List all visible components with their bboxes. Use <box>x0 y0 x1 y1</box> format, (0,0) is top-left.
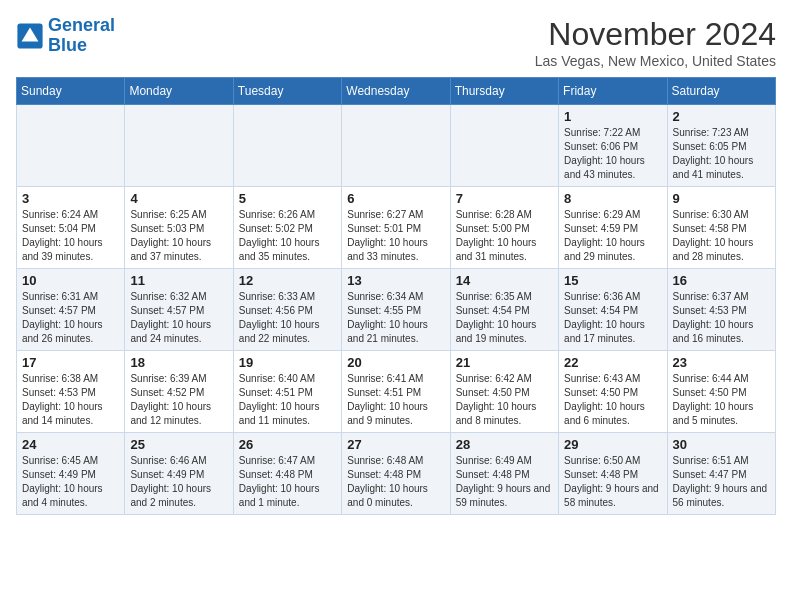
day-info: Sunrise: 6:27 AMSunset: 5:01 PMDaylight:… <box>347 208 444 264</box>
day-info: Sunrise: 6:37 AMSunset: 4:53 PMDaylight:… <box>673 290 770 346</box>
calendar-week-3: 10Sunrise: 6:31 AMSunset: 4:57 PMDayligh… <box>17 269 776 351</box>
calendar-week-1: 1Sunrise: 7:22 AMSunset: 6:06 PMDaylight… <box>17 105 776 187</box>
header-sunday: Sunday <box>17 78 125 105</box>
day-info: Sunrise: 6:41 AMSunset: 4:51 PMDaylight:… <box>347 372 444 428</box>
day-info: Sunrise: 6:32 AMSunset: 4:57 PMDaylight:… <box>130 290 227 346</box>
calendar-cell: 17Sunrise: 6:38 AMSunset: 4:53 PMDayligh… <box>17 351 125 433</box>
day-number: 21 <box>456 355 553 370</box>
day-number: 14 <box>456 273 553 288</box>
day-number: 28 <box>456 437 553 452</box>
calendar-cell: 28Sunrise: 6:49 AMSunset: 4:48 PMDayligh… <box>450 433 558 515</box>
calendar-cell: 26Sunrise: 6:47 AMSunset: 4:48 PMDayligh… <box>233 433 341 515</box>
calendar-cell: 9Sunrise: 6:30 AMSunset: 4:58 PMDaylight… <box>667 187 775 269</box>
day-info: Sunrise: 6:42 AMSunset: 4:50 PMDaylight:… <box>456 372 553 428</box>
calendar-header-row: Sunday Monday Tuesday Wednesday Thursday… <box>17 78 776 105</box>
day-number: 18 <box>130 355 227 370</box>
day-number: 7 <box>456 191 553 206</box>
day-info: Sunrise: 6:36 AMSunset: 4:54 PMDaylight:… <box>564 290 661 346</box>
logo: General Blue <box>16 16 115 56</box>
day-info: Sunrise: 6:50 AMSunset: 4:48 PMDaylight:… <box>564 454 661 510</box>
day-info: Sunrise: 6:31 AMSunset: 4:57 PMDaylight:… <box>22 290 119 346</box>
day-info: Sunrise: 6:44 AMSunset: 4:50 PMDaylight:… <box>673 372 770 428</box>
day-info: Sunrise: 6:28 AMSunset: 5:00 PMDaylight:… <box>456 208 553 264</box>
calendar-cell: 6Sunrise: 6:27 AMSunset: 5:01 PMDaylight… <box>342 187 450 269</box>
calendar-cell: 12Sunrise: 6:33 AMSunset: 4:56 PMDayligh… <box>233 269 341 351</box>
calendar-cell: 11Sunrise: 6:32 AMSunset: 4:57 PMDayligh… <box>125 269 233 351</box>
calendar-cell: 3Sunrise: 6:24 AMSunset: 5:04 PMDaylight… <box>17 187 125 269</box>
day-number: 12 <box>239 273 336 288</box>
header-tuesday: Tuesday <box>233 78 341 105</box>
day-info: Sunrise: 6:30 AMSunset: 4:58 PMDaylight:… <box>673 208 770 264</box>
header-friday: Friday <box>559 78 667 105</box>
day-number: 30 <box>673 437 770 452</box>
calendar-cell: 1Sunrise: 7:22 AMSunset: 6:06 PMDaylight… <box>559 105 667 187</box>
day-number: 5 <box>239 191 336 206</box>
day-info: Sunrise: 6:47 AMSunset: 4:48 PMDaylight:… <box>239 454 336 510</box>
day-info: Sunrise: 6:40 AMSunset: 4:51 PMDaylight:… <box>239 372 336 428</box>
calendar-cell: 15Sunrise: 6:36 AMSunset: 4:54 PMDayligh… <box>559 269 667 351</box>
day-info: Sunrise: 6:45 AMSunset: 4:49 PMDaylight:… <box>22 454 119 510</box>
calendar-cell: 29Sunrise: 6:50 AMSunset: 4:48 PMDayligh… <box>559 433 667 515</box>
calendar-week-2: 3Sunrise: 6:24 AMSunset: 5:04 PMDaylight… <box>17 187 776 269</box>
day-number: 24 <box>22 437 119 452</box>
day-number: 20 <box>347 355 444 370</box>
calendar-cell: 19Sunrise: 6:40 AMSunset: 4:51 PMDayligh… <box>233 351 341 433</box>
calendar-cell: 7Sunrise: 6:28 AMSunset: 5:00 PMDaylight… <box>450 187 558 269</box>
day-number: 29 <box>564 437 661 452</box>
day-info: Sunrise: 6:49 AMSunset: 4:48 PMDaylight:… <box>456 454 553 510</box>
title-block: November 2024 Las Vegas, New Mexico, Uni… <box>535 16 776 69</box>
day-number: 1 <box>564 109 661 124</box>
day-number: 3 <box>22 191 119 206</box>
day-info: Sunrise: 6:34 AMSunset: 4:55 PMDaylight:… <box>347 290 444 346</box>
calendar-week-5: 24Sunrise: 6:45 AMSunset: 4:49 PMDayligh… <box>17 433 776 515</box>
calendar-cell <box>233 105 341 187</box>
day-number: 2 <box>673 109 770 124</box>
month-title: November 2024 <box>535 16 776 53</box>
day-number: 22 <box>564 355 661 370</box>
day-number: 4 <box>130 191 227 206</box>
day-info: Sunrise: 6:43 AMSunset: 4:50 PMDaylight:… <box>564 372 661 428</box>
calendar-cell: 10Sunrise: 6:31 AMSunset: 4:57 PMDayligh… <box>17 269 125 351</box>
day-number: 6 <box>347 191 444 206</box>
day-info: Sunrise: 7:22 AMSunset: 6:06 PMDaylight:… <box>564 126 661 182</box>
day-info: Sunrise: 6:29 AMSunset: 4:59 PMDaylight:… <box>564 208 661 264</box>
day-info: Sunrise: 6:26 AMSunset: 5:02 PMDaylight:… <box>239 208 336 264</box>
day-number: 17 <box>22 355 119 370</box>
day-number: 25 <box>130 437 227 452</box>
header-wednesday: Wednesday <box>342 78 450 105</box>
day-number: 9 <box>673 191 770 206</box>
calendar-cell <box>342 105 450 187</box>
header-thursday: Thursday <box>450 78 558 105</box>
day-info: Sunrise: 6:35 AMSunset: 4:54 PMDaylight:… <box>456 290 553 346</box>
calendar-cell: 20Sunrise: 6:41 AMSunset: 4:51 PMDayligh… <box>342 351 450 433</box>
day-info: Sunrise: 6:38 AMSunset: 4:53 PMDaylight:… <box>22 372 119 428</box>
calendar-cell: 4Sunrise: 6:25 AMSunset: 5:03 PMDaylight… <box>125 187 233 269</box>
calendar-cell <box>17 105 125 187</box>
day-info: Sunrise: 6:25 AMSunset: 5:03 PMDaylight:… <box>130 208 227 264</box>
day-number: 23 <box>673 355 770 370</box>
day-info: Sunrise: 6:51 AMSunset: 4:47 PMDaylight:… <box>673 454 770 510</box>
calendar-week-4: 17Sunrise: 6:38 AMSunset: 4:53 PMDayligh… <box>17 351 776 433</box>
calendar-table: Sunday Monday Tuesday Wednesday Thursday… <box>16 77 776 515</box>
day-number: 11 <box>130 273 227 288</box>
day-info: Sunrise: 6:46 AMSunset: 4:49 PMDaylight:… <box>130 454 227 510</box>
calendar-cell: 23Sunrise: 6:44 AMSunset: 4:50 PMDayligh… <box>667 351 775 433</box>
calendar-cell: 24Sunrise: 6:45 AMSunset: 4:49 PMDayligh… <box>17 433 125 515</box>
location: Las Vegas, New Mexico, United States <box>535 53 776 69</box>
day-info: Sunrise: 6:33 AMSunset: 4:56 PMDaylight:… <box>239 290 336 346</box>
calendar-cell: 25Sunrise: 6:46 AMSunset: 4:49 PMDayligh… <box>125 433 233 515</box>
header-monday: Monday <box>125 78 233 105</box>
calendar-cell: 13Sunrise: 6:34 AMSunset: 4:55 PMDayligh… <box>342 269 450 351</box>
day-number: 19 <box>239 355 336 370</box>
day-info: Sunrise: 6:39 AMSunset: 4:52 PMDaylight:… <box>130 372 227 428</box>
day-number: 16 <box>673 273 770 288</box>
day-number: 13 <box>347 273 444 288</box>
calendar-cell: 2Sunrise: 7:23 AMSunset: 6:05 PMDaylight… <box>667 105 775 187</box>
day-number: 26 <box>239 437 336 452</box>
calendar-cell <box>450 105 558 187</box>
calendar-cell: 27Sunrise: 6:48 AMSunset: 4:48 PMDayligh… <box>342 433 450 515</box>
day-number: 27 <box>347 437 444 452</box>
logo-text: General Blue <box>48 16 115 56</box>
calendar-cell: 22Sunrise: 6:43 AMSunset: 4:50 PMDayligh… <box>559 351 667 433</box>
day-info: Sunrise: 6:24 AMSunset: 5:04 PMDaylight:… <box>22 208 119 264</box>
